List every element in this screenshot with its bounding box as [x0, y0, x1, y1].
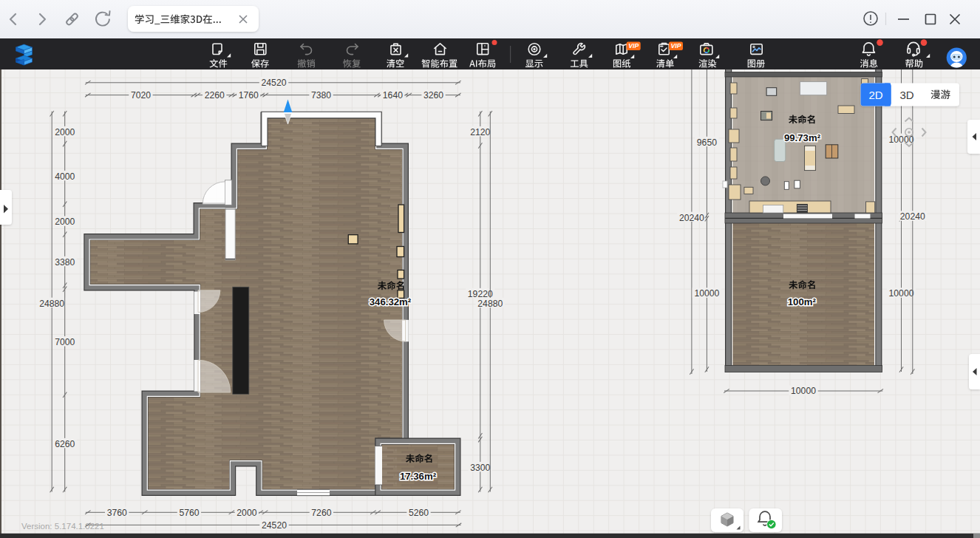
svg-text:10000: 10000: [889, 288, 914, 299]
svg-text:5260: 5260: [409, 508, 429, 518]
svg-text:10000: 10000: [791, 386, 816, 396]
svg-text:5760: 5760: [179, 508, 199, 518]
svg-text:7020: 7020: [131, 90, 151, 101]
svg-text:2120: 2120: [470, 127, 490, 137]
svg-text:1640: 1640: [383, 90, 403, 101]
svg-text:1760: 1760: [239, 90, 259, 101]
svg-text:24880: 24880: [39, 299, 64, 309]
svg-text:20240: 20240: [679, 213, 704, 223]
svg-text:20240: 20240: [900, 211, 925, 222]
svg-text:24520: 24520: [262, 520, 287, 531]
svg-text:100m²: 100m²: [788, 296, 817, 307]
svg-text:17.36m²: 17.36m²: [400, 471, 437, 482]
svg-text:3760: 3760: [107, 508, 127, 518]
svg-text:2000: 2000: [55, 127, 75, 137]
svg-text:VIP: VIP: [671, 42, 681, 50]
svg-text:3D: 3D: [899, 89, 913, 101]
svg-text:7260: 7260: [311, 508, 331, 518]
svg-text:99.73m²: 99.73m²: [784, 132, 821, 143]
svg-text:Version: 5.174.1.0221: Version: 5.174.1.0221: [21, 522, 104, 531]
svg-text:3380: 3380: [55, 257, 75, 268]
svg-text:24520: 24520: [262, 78, 287, 88]
svg-text:7380: 7380: [311, 90, 331, 101]
svg-text:3260: 3260: [423, 90, 443, 101]
svg-text:2260: 2260: [205, 90, 225, 101]
svg-text:19220: 19220: [468, 289, 493, 299]
svg-text:346.32m²: 346.32m²: [370, 296, 412, 307]
svg-text:10000: 10000: [694, 288, 719, 299]
svg-text:4000: 4000: [55, 171, 75, 182]
svg-text:2D: 2D: [868, 89, 882, 101]
svg-text:3300: 3300: [470, 463, 490, 473]
svg-text:24880: 24880: [477, 299, 503, 309]
svg-text:7000: 7000: [55, 337, 75, 347]
svg-text:2000: 2000: [55, 217, 75, 227]
svg-text:VIP: VIP: [628, 42, 639, 50]
svg-text:9650: 9650: [697, 137, 717, 148]
svg-text:2000: 2000: [237, 508, 256, 518]
svg-text:6260: 6260: [55, 439, 75, 449]
